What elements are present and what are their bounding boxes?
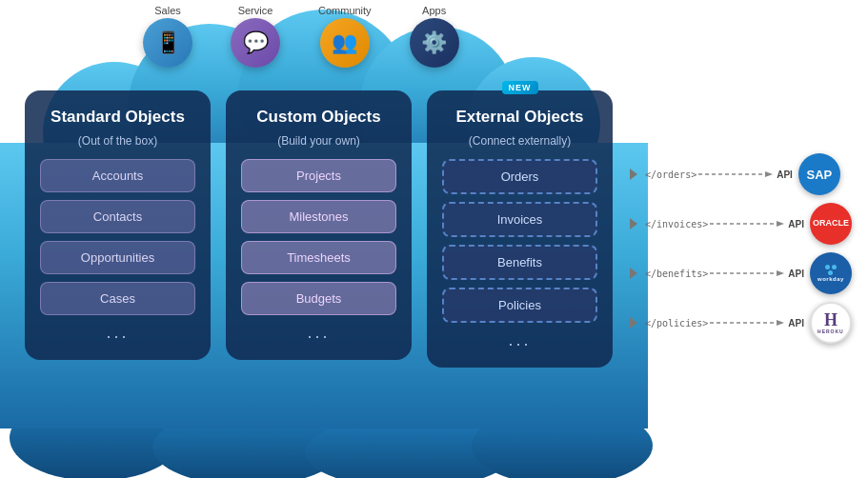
custom-objects-column: Custom Objects (Build your own) Projects… [226,90,412,360]
standard-objects-title: Standard Objects [50,108,185,127]
api-text-benefits: API [788,269,804,279]
dashed-line-orders [698,169,775,180]
dashed-line-invoices [710,218,786,229]
api-row-orders: </orders> API SAP [624,149,852,199]
apps-label: Apps [422,5,446,16]
standard-item-contacts: Contacts [40,200,195,233]
svg-marker-22 [777,320,784,326]
external-objects-title: External Objects [455,108,583,127]
api-tag-policies: </policies> [645,318,708,329]
api-logo-heroku: H HEROKU [810,302,852,344]
api-dashed-policies: </policies> API [645,317,804,329]
api-row-invoices: </invoices> API ORACLE [624,199,852,249]
svg-marker-13 [765,171,773,177]
service-icon: 💬 [231,18,280,68]
custom-item-projects: Projects [241,159,396,192]
external-dots: ... [508,330,531,350]
sales-icon: 📱 [143,18,192,68]
api-text-orders: API [777,169,793,180]
dashed-line-benefits [710,268,786,279]
api-logo-sap: SAP [798,153,840,195]
external-item-policies: Policies [442,288,597,323]
service-label: Service [238,5,273,16]
svg-marker-19 [777,270,784,276]
new-badge: NEW [502,81,538,94]
custom-item-budgets: Budgets [241,282,396,315]
custom-objects-subtitle: (Build your own) [277,134,360,148]
api-tag-invoices: </invoices> [645,219,708,229]
external-item-benefits: Benefits [442,245,597,280]
api-tag-orders: </orders> [645,169,696,180]
api-row-benefits: </benefits> API [624,249,852,298]
left-arrow-orders [624,167,639,182]
apps-icon-item: Apps ⚙️ [410,5,459,68]
svg-marker-16 [777,221,784,227]
sales-icon-item: Sales 📱 [143,5,192,68]
svg-marker-17 [630,268,637,279]
standard-item-accounts: Accounts [40,159,195,192]
external-item-invoices: Invoices [442,202,597,237]
standard-item-opportunities: Opportunities [40,241,195,274]
custom-item-milestones: Milestones [241,200,396,233]
svg-marker-14 [630,218,637,229]
api-logo-workday: workday [810,252,852,294]
service-icon-item: Service 💬 [231,5,280,68]
community-label: Community [318,5,372,16]
custom-dots: ... [307,323,330,343]
community-icon-item: Community 👥 [318,5,372,68]
api-dashed-benefits: </benefits> API [645,268,804,279]
community-icon: 👥 [320,18,370,68]
dashed-line-policies [710,317,786,329]
api-logo-oracle: ORACLE [810,203,852,245]
api-text-policies: API [788,318,804,329]
api-dashed-invoices: </invoices> API [645,218,804,229]
standard-item-cases: Cases [40,282,195,315]
custom-objects-title: Custom Objects [256,108,380,127]
svg-marker-11 [630,169,637,180]
api-row-policies: </policies> API H HEROKU [624,298,852,348]
sales-label: Sales [154,5,181,16]
api-dashed-orders: </orders> API [645,169,793,180]
svg-marker-20 [630,317,637,329]
standard-objects-column: Standard Objects (Out of the box) Accoun… [25,90,211,360]
external-item-orders: Orders [442,159,597,194]
external-objects-subtitle: (Connect externally) [469,134,571,148]
standard-dots: ... [106,323,129,343]
left-arrow-invoices [624,216,639,231]
top-icons-container: Sales 📱 Service 💬 Community 👥 Apps ⚙️ [143,5,459,68]
left-arrow-policies [624,315,639,330]
external-objects-column: NEW External Objects (Connect externally… [427,90,613,368]
custom-item-timesheets: Timesheets [241,241,396,274]
apps-icon: ⚙️ [410,18,459,68]
left-arrow-benefits [624,266,639,281]
api-tag-benefits: </benefits> [645,269,708,279]
standard-objects-subtitle: (Out of the box) [78,134,157,148]
api-text-invoices: API [788,219,804,229]
